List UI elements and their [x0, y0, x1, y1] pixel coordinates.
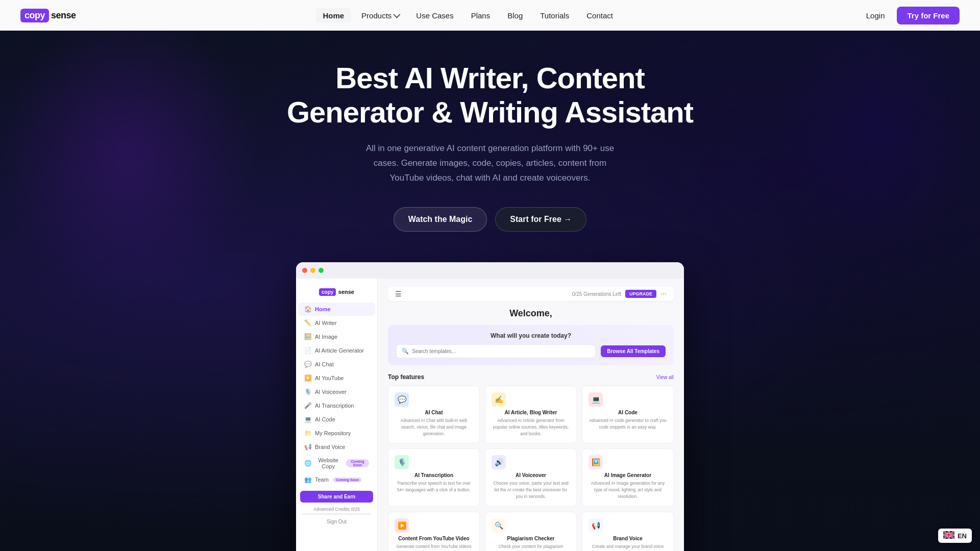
feature-card-plagiarism[interactable]: 🔍 Plagiarism Checker Check your content … [485, 512, 577, 551]
sidebar-item-aicode[interactable]: 💻 AI Code [298, 413, 375, 426]
sidebar-item-aiimage[interactable]: 🖼️ AI Image [298, 330, 375, 343]
credits-value: 0/25 [351, 507, 360, 512]
aivoiceover-feature-desc: Choose your voice, paste your text and l… [492, 480, 570, 499]
feature-card-aiimage[interactable]: 🖼️ AI Image Generator Advanced AI Image … [582, 448, 674, 506]
nav-item-usecases[interactable]: Use Cases [409, 8, 460, 23]
search-icon: 🔍 [402, 348, 409, 355]
watch-magic-button[interactable]: Watch the Magic [394, 207, 487, 232]
aivoiceover-feature-icon: 🔊 [492, 455, 506, 469]
youtube-feature-name: Content From YouTube Video [395, 536, 473, 541]
plagiarism-feature-name: Plagiarism Checker [492, 536, 570, 541]
sidebar-label-myrepo: My Repository [315, 430, 351, 436]
sidebar-label-brandvoice: Brand Voice [315, 444, 345, 450]
aiimage-feature-desc: Advanced AI Image generation for any typ… [589, 480, 667, 499]
feature-card-brandvoice[interactable]: 📢 Brand Voice Create and manage your bra… [582, 512, 674, 551]
app-topbar: ☰ 0/25 Generations Left UPGRADE ⋯ [388, 287, 674, 301]
websitecopy-icon: 🌐 [304, 460, 311, 467]
nav-item-plans[interactable]: Plans [464, 8, 498, 23]
nav-link-blog[interactable]: Blog [500, 8, 530, 23]
nav-item-products[interactable]: Products [354, 8, 406, 23]
nav-item-tutorials[interactable]: Tutorials [533, 8, 576, 23]
nav-link-plans[interactable]: Plans [464, 8, 498, 23]
sidebar-logo-box: copy [319, 288, 336, 296]
nav-link-home[interactable]: Home [315, 8, 351, 23]
sidebar-credits: Advanced Credits 0/25 [296, 505, 377, 517]
sidebar-item-aitranscription[interactable]: 🎤 AI Transcription [298, 399, 375, 412]
brandvoice-feature-desc: Create and manage your brand voice acros… [589, 543, 667, 551]
sidebar-item-aiarticle[interactable]: 📄 AI Article Generator [298, 344, 375, 357]
sidebar-item-aiyoutube[interactable]: ▶️ AI YouTube [298, 371, 375, 385]
language-code: EN [958, 532, 967, 540]
sidebar-item-websitecopy[interactable]: 🌐 Website Copy Coming Soon [298, 454, 375, 472]
hero-buttons: Watch the Magic Start for Free → [0, 207, 980, 232]
aitranscription-feature-icon: 🎙️ [395, 455, 409, 469]
sidebar-item-brandvoice[interactable]: 📢 Brand Voice [298, 440, 375, 454]
features-title: Top features [388, 373, 424, 381]
sidebar-item-aiwriter[interactable]: ✏️ AI Writer [298, 316, 375, 330]
sidebar-item-team[interactable]: 👥 Team Coming Soon [298, 473, 375, 486]
aicode-feature-icon: 💻 [589, 392, 603, 407]
logo[interactable]: copy sense [20, 9, 76, 22]
search-card-title: What will you create today? [396, 332, 666, 339]
sidebar-logo: copy sense [296, 284, 377, 302]
nav-link-products[interactable]: Products [354, 8, 406, 23]
login-button[interactable]: Login [860, 8, 891, 23]
signout-button[interactable]: Sign Out [296, 517, 377, 527]
aichat-feature-icon: 💬 [395, 392, 409, 407]
hamburger-icon[interactable]: ☰ [395, 290, 402, 298]
nav-link-contact[interactable]: Contact [579, 8, 620, 23]
start-free-button[interactable]: Start for Free → [495, 207, 586, 232]
language-badge[interactable]: EN [938, 529, 972, 543]
aicode-feature-name: AI Code [589, 410, 667, 415]
upgrade-badge[interactable]: UPGRADE [625, 290, 656, 298]
nav-link-usecases[interactable]: Use Cases [409, 8, 460, 23]
home-icon: 🏠 [304, 306, 311, 313]
feature-card-aiarticle[interactable]: ✍️ AI Article, Blog Writer Advanced AI A… [485, 386, 577, 443]
aiarticle-feature-name: AI Article, Blog Writer [492, 410, 570, 415]
brandvoice-feature-icon: 📢 [589, 518, 603, 533]
aitranscription-feature-desc: Transcribe your speech to text for over … [395, 480, 473, 493]
credits-label: Advanced Credits [313, 507, 350, 512]
browse-templates-button[interactable]: Browse All Templates [601, 345, 666, 357]
youtube-feature-desc: Generate content from YouTube videos in … [395, 543, 473, 551]
aichat-feature-desc: Advanced AI Chat with built-in web searc… [395, 417, 473, 437]
aiyoutube-icon: ▶️ [304, 374, 311, 382]
try-button[interactable]: Try for Free [897, 7, 960, 24]
brandvoice-icon: 📢 [304, 443, 311, 450]
flag-icon [943, 531, 954, 540]
plagiarism-feature-desc: Check your content for plagiarism instan… [492, 543, 570, 551]
sidebar-item-myrepo[interactable]: 📁 My Repository [298, 427, 375, 440]
aiarticle-icon: 📄 [304, 347, 311, 354]
sidebar-item-aivoiceover[interactable]: 🎙️ AI Voiceover [298, 385, 375, 398]
aivoiceover-feature-name: AI Voiceover [492, 472, 570, 478]
feature-card-aitranscription[interactable]: 🎙️ AI Transcription Transcribe your spee… [388, 448, 480, 506]
sidebar-label-aichat: AI Chat [315, 361, 334, 367]
sidebar-item-home[interactable]: 🏠 Home [298, 303, 375, 316]
nav-item-home[interactable]: Home [315, 8, 351, 23]
search-card: What will you create today? 🔍 Browse All… [388, 325, 674, 365]
sidebar-label-team: Team [315, 477, 329, 483]
settings-icon[interactable]: ⋯ [660, 290, 667, 297]
aiimage-feature-icon: 🖼️ [589, 455, 603, 469]
feature-card-youtube[interactable]: ▶️ Content From YouTube Video Generate c… [388, 512, 480, 551]
nav-item-contact[interactable]: Contact [579, 8, 620, 23]
feature-card-aivoiceover[interactable]: 🔊 AI Voiceover Choose your voice, paste … [485, 448, 577, 506]
view-all-link[interactable]: View all [656, 374, 674, 380]
feature-card-aichat[interactable]: 💬 AI Chat Advanced AI Chat with built-in… [388, 386, 480, 443]
share-earn-button[interactable]: Share and Earn [300, 491, 373, 503]
sidebar-label-home: Home [315, 306, 331, 312]
sidebar-item-aichat[interactable]: 💬 AI Chat [298, 358, 375, 371]
aichat-icon: 💬 [304, 361, 311, 368]
app-body: copy sense 🏠 Home ✏️ AI Writer 🖼️ AI Ima… [296, 279, 684, 551]
nav-link-tutorials[interactable]: Tutorials [533, 8, 576, 23]
maximize-dot [318, 268, 324, 273]
nav-right: Login Try for Free [860, 7, 960, 24]
search-input[interactable] [412, 348, 590, 354]
sidebar-logo-text: sense [338, 289, 354, 295]
feature-card-aicode[interactable]: 💻 AI Code Advanced AI code generator to … [582, 386, 674, 443]
topbar-right: 0/25 Generations Left UPGRADE ⋯ [572, 290, 667, 298]
nav-item-blog[interactable]: Blog [500, 8, 530, 23]
aitranscription-feature-name: AI Transcription [395, 472, 473, 478]
window-chrome [296, 262, 684, 279]
sidebar-label-websitecopy: Website Copy [315, 457, 341, 469]
